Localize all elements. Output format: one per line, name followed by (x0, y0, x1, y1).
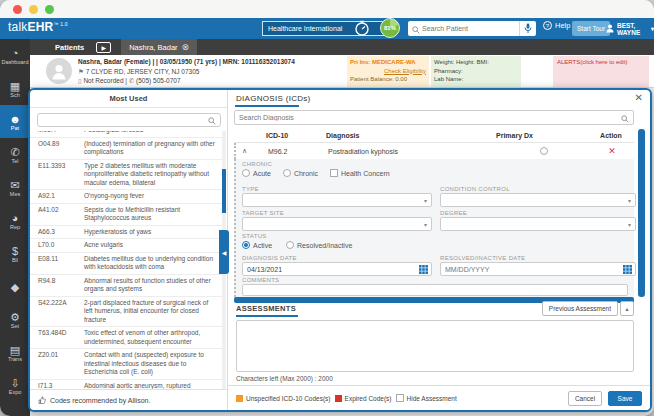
legend-expired: Expired Code(s) (335, 395, 392, 402)
close-window-button[interactable] (13, 5, 22, 14)
status-active-radio[interactable]: Active (242, 241, 272, 249)
condition-control-dropdown[interactable]: ▾ (440, 193, 636, 207)
resolved-label: Resolved/Inactive (297, 242, 352, 249)
sidebar-item-scheduler[interactable]: ▦Sch (0, 72, 30, 105)
help-button[interactable]: ? Help (543, 21, 570, 30)
sidebar-item-patients[interactable]: ☻Pat (0, 105, 30, 138)
assessment-textarea[interactable] (236, 320, 634, 372)
list-item[interactable]: A66.3Hyperkeratosis of yaws (30, 226, 222, 240)
health-concern-checkbox[interactable]: Health Concern (330, 169, 390, 177)
play-icon[interactable]: ▶ (96, 42, 111, 53)
target-site-label: TARGET SITE (242, 210, 284, 216)
user-name: BEST, WAYNE (617, 22, 648, 36)
list-item[interactable]: T63.484DToxic effect of venom of other a… (30, 327, 222, 349)
hide-assessment-checkbox[interactable]: Hide Assessment (396, 394, 457, 402)
vertical-scrollbar[interactable] (638, 129, 645, 297)
radio-icon (286, 241, 294, 249)
resolved-date-label: RESOLVED/INACTIVE DATE (440, 255, 525, 261)
primary-dx-radio[interactable] (540, 147, 548, 155)
lab-line: Lab Name: (434, 75, 518, 84)
diagnosis-form: CHRONIC Acute Chronic Health Concern TYP… (234, 159, 634, 297)
save-button[interactable]: Save (608, 391, 642, 406)
sidebar-item-reports[interactable]: ◕Rep (0, 204, 30, 237)
alerts-box[interactable]: ALERTS(click here to edit) (553, 56, 649, 87)
diagnosis-date-input[interactable] (243, 266, 419, 273)
list-item[interactable]: L70.0Acne vulgaris (30, 239, 222, 253)
assessments-tab[interactable]: ASSESSMENTS (236, 304, 296, 313)
most-used-search (37, 113, 221, 127)
list-item[interactable]: I71.3Abdominal aortic aneurysm, ruptured (30, 380, 222, 390)
sidebar-item-telehealth[interactable]: ✆Tel (0, 138, 30, 171)
vitals-line: Weight: Height: BMI: (434, 58, 518, 67)
sidebar-item-dashboard[interactable]: ◔Dashboard (0, 39, 30, 72)
collapse-row-icon[interactable]: ∧ (242, 147, 256, 155)
title-underline (235, 105, 299, 107)
diagnosis-dialog: DIAGNOSIS (ICDs) ✕ ICD-10 Diagnosis Prim… (228, 90, 650, 410)
calendar-icon[interactable] (419, 260, 428, 278)
icd-code: A66.3 (38, 228, 84, 237)
sidebar-item-export[interactable]: ⇩Expo (0, 369, 30, 402)
calendar-icon[interactable] (623, 260, 632, 278)
search-patient-input[interactable] (420, 25, 519, 32)
close-icon[interactable]: ✕ (635, 92, 643, 103)
collapse-assessment-button[interactable]: ▴ (620, 301, 634, 316)
list-item[interactable]: O04.89(Induced) termination of pregnancy… (30, 138, 222, 160)
scrollbar-thumb[interactable] (222, 169, 226, 213)
pie-chart-icon: ◕ (12, 212, 19, 224)
icd-code: Z20.01 (38, 351, 84, 377)
resolved-date-input[interactable] (441, 266, 623, 273)
list-item[interactable]: E08.11Diabetes mellitus due to underlyin… (30, 253, 222, 275)
sidebar-item-charts[interactable]: ◆ (0, 270, 30, 303)
sidebar-label: Trans (8, 356, 22, 362)
chevron-down-icon: ▾ (424, 197, 427, 204)
acute-radio[interactable]: Acute (242, 169, 271, 177)
list-item[interactable]: Z20.01Contact with and (suspected) expos… (30, 349, 222, 380)
list-item[interactable]: E11.3393Type 2 diabetes mellitus with mo… (30, 160, 222, 191)
start-tour-button[interactable]: Start Tour (572, 21, 610, 36)
check-eligibility-link[interactable]: Check Eligibility (350, 67, 426, 76)
user-menu[interactable]: BEST, WAYNE ▾ (606, 21, 654, 36)
search-icon (621, 109, 629, 127)
dialog-title: DIAGNOSIS (ICDs) (236, 94, 311, 103)
list-item[interactable]: A92.1O'nyong-nyong fever (30, 190, 222, 204)
chronic-radio[interactable]: Chronic (283, 169, 318, 177)
target-site-dropdown[interactable]: ▾ (242, 217, 432, 231)
sidebar-item-messages[interactable]: ✉Mes (0, 171, 30, 204)
stopwatch-icon[interactable] (353, 19, 371, 41)
minimize-window-button[interactable] (29, 5, 38, 14)
icd-description: Hyperkeratosis of yaws (84, 228, 222, 237)
checkbox-icon (330, 169, 338, 177)
list-item[interactable]: R94.8Abnormal results of function studie… (30, 275, 222, 297)
sidebar-label: Mes (10, 191, 20, 197)
previous-assessment-button[interactable]: Previous Assessment (542, 301, 618, 316)
close-tab-icon[interactable]: ⊗ (182, 42, 190, 52)
sidebar-label: Set (11, 323, 19, 329)
red-square-icon (335, 395, 342, 402)
search-diagnosis-input[interactable] (235, 114, 621, 121)
chart-icon: ◆ (11, 281, 19, 293)
microphone-icon[interactable] (519, 21, 536, 36)
cancel-button[interactable]: Cancel (568, 391, 602, 406)
health-concern-label: Health Concern (341, 170, 390, 177)
icd-code: S42.222A (38, 299, 84, 325)
most-used-search-input[interactable] (38, 117, 208, 124)
maximize-window-button[interactable] (45, 5, 54, 14)
chevron-down-icon: ▾ (628, 197, 631, 204)
tab-patients[interactable]: Patients (55, 43, 84, 52)
meaningful-use-meter[interactable]: 81% (380, 18, 400, 38)
sidebar-item-billing[interactable]: $Bil (0, 237, 30, 270)
tab-patient-nashra[interactable]: Nashra, Badar ⊗ (121, 39, 197, 55)
panel-collapse-handle[interactable]: ◀ (219, 230, 229, 274)
icd-description: Diabetes mellitus due to underlying cond… (84, 255, 222, 272)
mobile-icon: ▯ (78, 77, 82, 84)
patient-info-bar: Nashra, Badar (Female) | | 03/05/1950 (7… (30, 55, 654, 88)
type-dropdown[interactable]: ▾ (242, 193, 432, 207)
degree-dropdown[interactable]: ▾ (440, 217, 636, 231)
sidebar-item-settings[interactable]: ⚙Set (0, 303, 30, 336)
list-item[interactable]: S42.222A2-part displaced fracture of sur… (30, 297, 222, 328)
delete-icon[interactable]: ✕ (608, 146, 616, 156)
status-resolved-radio[interactable]: Resolved/Inactive (286, 241, 352, 249)
sidebar-item-transactions[interactable]: ▤Trans (0, 336, 30, 369)
download-icon: ⇩ (10, 377, 19, 389)
list-item[interactable]: A41.02Sepsis due to Methicillin resistan… (30, 204, 222, 226)
